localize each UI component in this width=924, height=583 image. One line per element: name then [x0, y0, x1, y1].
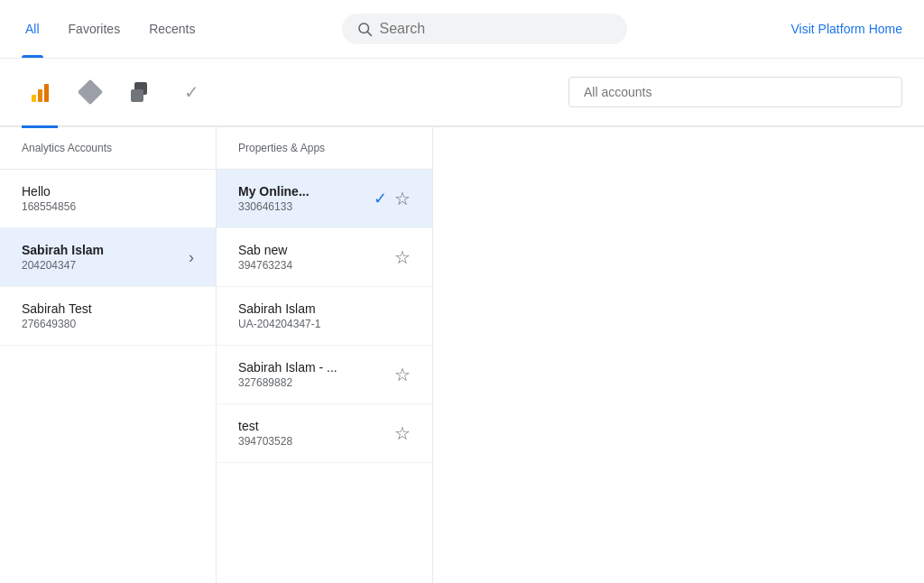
- star-icon-sab-new[interactable]: ☆: [394, 246, 411, 268]
- account-item-sabirah-test[interactable]: Sabirah Test 276649380: [0, 287, 216, 346]
- account-id-sabirah-test: 276649380: [22, 318, 92, 330]
- search-input[interactable]: [380, 21, 613, 37]
- diamond-product-icon[interactable]: [72, 74, 108, 110]
- property-item-sab-new[interactable]: Sab new 394763234 ☆: [217, 228, 432, 287]
- property-id-test: 394703528: [238, 435, 292, 448]
- property-name-sabirah-islam-dash: Sabirah Islam - ...: [238, 360, 337, 375]
- property-id-my-online: 330646133: [238, 200, 310, 213]
- account-item-hello[interactable]: Hello 168554856: [0, 170, 216, 228]
- diamond-shape-icon: [78, 79, 103, 105]
- tab-recents[interactable]: Recents: [145, 0, 199, 58]
- double-square-product-icon[interactable]: [123, 74, 159, 110]
- properties-apps-header: Properties & Apps: [217, 127, 432, 170]
- property-name-sabirah-islam-prop: Sabirah Islam: [238, 301, 320, 316]
- property-item-sabirah-islam-dash[interactable]: Sabirah Islam - ... 327689882 ☆: [217, 346, 432, 404]
- property-item-sabirah-islam-prop[interactable]: Sabirah Islam UA-204204347-1: [217, 287, 432, 346]
- star-icon-test[interactable]: ☆: [394, 422, 411, 444]
- property-name-test: test: [238, 419, 292, 433]
- checkmark-shape-icon: ✓: [184, 81, 199, 103]
- top-nav: All Favorites Recents Visit Platform Hom…: [0, 0, 924, 59]
- account-id-hello: 168554856: [22, 200, 76, 213]
- analytics-product-icon[interactable]: [22, 74, 58, 110]
- property-item-my-online[interactable]: My Online... 330646133 ✓ ☆: [217, 170, 432, 228]
- analytics-accounts-panel: Analytics Accounts Hello 168554856 Sabir…: [0, 127, 217, 583]
- properties-apps-panel: Properties & Apps My Online... 330646133…: [217, 127, 433, 583]
- double-square-shape-icon: [131, 82, 151, 102]
- account-id-sabirah-islam: 204204347: [22, 259, 104, 272]
- checkmark-product-icon[interactable]: ✓: [173, 74, 209, 110]
- property-id-sabirah-islam-dash: 327689882: [238, 376, 337, 389]
- account-item-sabirah-islam[interactable]: Sabirah Islam 204204347 ›: [0, 228, 216, 287]
- property-name-sab-new: Sab new: [238, 243, 292, 257]
- property-id-sabirah-islam-prop: UA-204204347-1: [238, 318, 320, 330]
- nav-tabs: All Favorites Recents: [22, 0, 199, 58]
- tab-all[interactable]: All: [22, 0, 43, 58]
- selected-checkmark-icon: ✓: [374, 189, 387, 208]
- account-name-sabirah-islam: Sabirah Islam: [22, 243, 104, 257]
- all-accounts-filter[interactable]: [568, 77, 902, 107]
- analytics-bars-icon: [32, 82, 49, 102]
- svg-line-1: [367, 32, 371, 35]
- star-icon-sabirah-islam-dash[interactable]: ☆: [394, 364, 411, 385]
- product-bar: ✓: [0, 59, 924, 127]
- tab-favorites[interactable]: Favorites: [65, 0, 125, 58]
- visit-platform-link[interactable]: Visit Platform Home: [791, 22, 902, 36]
- account-name-sabirah-test: Sabirah Test: [22, 301, 92, 316]
- property-item-test[interactable]: test 394703528 ☆: [217, 404, 432, 463]
- property-name-my-online: My Online...: [238, 184, 310, 199]
- account-name-hello: Hello: [22, 184, 76, 199]
- search-icon: [356, 21, 373, 37]
- main-content: Analytics Accounts Hello 168554856 Sabir…: [0, 127, 924, 583]
- analytics-accounts-header: Analytics Accounts: [0, 127, 216, 170]
- chevron-right-icon: ›: [189, 248, 194, 267]
- star-icon-my-online[interactable]: ☆: [394, 188, 411, 209]
- search-bar[interactable]: [342, 14, 627, 44]
- property-id-sab-new: 394763234: [238, 259, 292, 272]
- right-panel: [433, 127, 924, 583]
